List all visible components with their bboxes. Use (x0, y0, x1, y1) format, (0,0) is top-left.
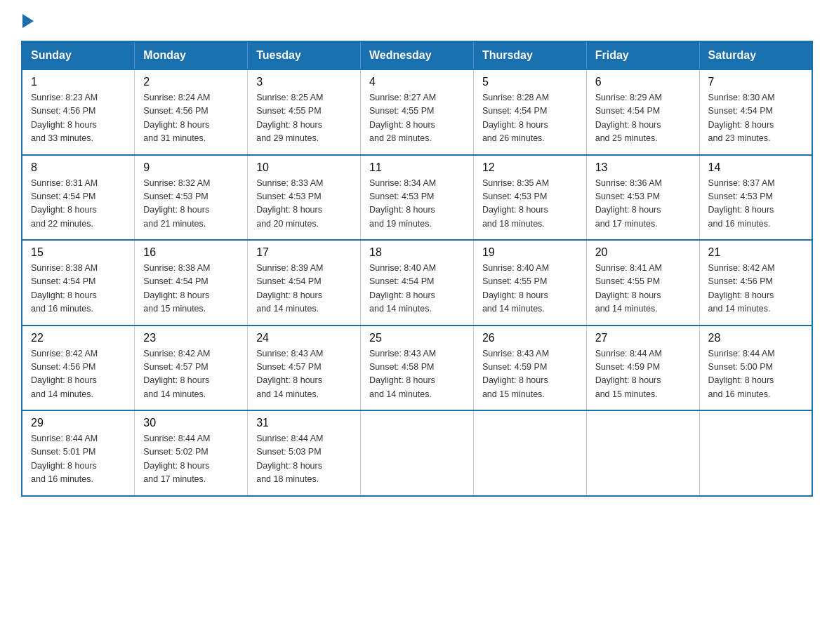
day-number: 22 (31, 332, 126, 344)
calendar-cell: 27Sunrise: 8:44 AMSunset: 4:59 PMDayligh… (586, 326, 699, 411)
calendar-week-2: 8Sunrise: 8:31 AMSunset: 4:54 PMDaylight… (22, 155, 812, 241)
day-detail: Sunrise: 8:40 AMSunset: 4:54 PMDaylight:… (369, 262, 465, 316)
calendar-cell: 5Sunrise: 8:28 AMSunset: 4:54 PMDaylight… (473, 69, 586, 155)
day-number: 5 (482, 76, 578, 88)
day-detail: Sunrise: 8:44 AMSunset: 5:00 PMDaylight:… (708, 347, 803, 402)
calendar-week-1: 1Sunrise: 8:23 AMSunset: 4:56 PMDaylight… (22, 69, 812, 155)
day-detail: Sunrise: 8:35 AMSunset: 4:53 PMDaylight:… (482, 177, 578, 232)
logo (21, 14, 34, 28)
header-sunday: Sunday (22, 41, 135, 69)
day-number: 6 (595, 76, 691, 88)
calendar-header-row: SundayMondayTuesdayWednesdayThursdayFrid… (22, 41, 812, 69)
calendar-cell: 18Sunrise: 8:40 AMSunset: 4:54 PMDayligh… (361, 240, 474, 326)
day-number: 31 (256, 417, 352, 429)
day-number: 24 (256, 332, 352, 344)
day-number: 28 (708, 332, 803, 344)
day-number: 9 (143, 161, 239, 174)
day-detail: Sunrise: 8:23 AMSunset: 4:56 PMDaylight:… (31, 91, 126, 146)
day-detail: Sunrise: 8:43 AMSunset: 4:58 PMDaylight:… (369, 347, 465, 402)
calendar-cell: 8Sunrise: 8:31 AMSunset: 4:54 PMDaylight… (22, 155, 135, 241)
calendar-cell: 10Sunrise: 8:33 AMSunset: 4:53 PMDayligh… (248, 155, 361, 241)
day-detail: Sunrise: 8:32 AMSunset: 4:53 PMDaylight:… (143, 177, 239, 232)
day-detail: Sunrise: 8:28 AMSunset: 4:54 PMDaylight:… (482, 91, 578, 146)
day-number: 11 (369, 161, 465, 174)
day-detail: Sunrise: 8:44 AMSunset: 4:59 PMDaylight:… (595, 347, 691, 402)
day-detail: Sunrise: 8:42 AMSunset: 4:57 PMDaylight:… (143, 347, 239, 402)
calendar-cell (473, 410, 586, 496)
calendar-cell: 28Sunrise: 8:44 AMSunset: 5:00 PMDayligh… (699, 326, 812, 411)
day-detail: Sunrise: 8:43 AMSunset: 4:57 PMDaylight:… (256, 347, 352, 402)
day-detail: Sunrise: 8:24 AMSunset: 4:56 PMDaylight:… (143, 91, 239, 146)
day-detail: Sunrise: 8:33 AMSunset: 4:53 PMDaylight:… (256, 177, 352, 232)
day-number: 25 (369, 332, 465, 344)
calendar-cell: 29Sunrise: 8:44 AMSunset: 5:01 PMDayligh… (22, 410, 135, 496)
calendar-cell: 20Sunrise: 8:41 AMSunset: 4:55 PMDayligh… (586, 240, 699, 326)
day-number: 27 (595, 332, 691, 344)
day-number: 19 (482, 246, 578, 259)
day-detail: Sunrise: 8:27 AMSunset: 4:55 PMDaylight:… (369, 91, 465, 146)
calendar-cell: 22Sunrise: 8:42 AMSunset: 4:56 PMDayligh… (22, 326, 135, 411)
day-number: 15 (31, 246, 126, 259)
calendar-cell: 26Sunrise: 8:43 AMSunset: 4:59 PMDayligh… (473, 326, 586, 411)
day-detail: Sunrise: 8:44 AMSunset: 5:02 PMDaylight:… (143, 432, 239, 487)
day-number: 10 (256, 161, 352, 174)
day-detail: Sunrise: 8:30 AMSunset: 4:54 PMDaylight:… (708, 91, 803, 146)
day-detail: Sunrise: 8:38 AMSunset: 4:54 PMDaylight:… (143, 262, 239, 316)
calendar-cell (361, 410, 474, 496)
calendar-cell: 31Sunrise: 8:44 AMSunset: 5:03 PMDayligh… (248, 410, 361, 496)
day-number: 17 (256, 246, 352, 259)
calendar-cell: 24Sunrise: 8:43 AMSunset: 4:57 PMDayligh… (248, 326, 361, 411)
calendar-cell: 11Sunrise: 8:34 AMSunset: 4:53 PMDayligh… (361, 155, 474, 241)
calendar-week-4: 22Sunrise: 8:42 AMSunset: 4:56 PMDayligh… (22, 326, 812, 411)
calendar-table: SundayMondayTuesdayWednesdayThursdayFrid… (21, 41, 813, 497)
calendar-cell: 2Sunrise: 8:24 AMSunset: 4:56 PMDaylight… (135, 69, 248, 155)
page-header (21, 14, 813, 28)
day-number: 23 (143, 332, 239, 344)
calendar-cell: 6Sunrise: 8:29 AMSunset: 4:54 PMDaylight… (586, 69, 699, 155)
header-wednesday: Wednesday (361, 41, 474, 69)
day-number: 1 (31, 76, 126, 88)
calendar-cell: 25Sunrise: 8:43 AMSunset: 4:58 PMDayligh… (361, 326, 474, 411)
calendar-cell: 15Sunrise: 8:38 AMSunset: 4:54 PMDayligh… (22, 240, 135, 326)
day-detail: Sunrise: 8:29 AMSunset: 4:54 PMDaylight:… (595, 91, 691, 146)
header-friday: Friday (586, 41, 699, 69)
calendar-cell: 21Sunrise: 8:42 AMSunset: 4:56 PMDayligh… (699, 240, 812, 326)
day-number: 29 (31, 417, 126, 429)
calendar-cell: 1Sunrise: 8:23 AMSunset: 4:56 PMDaylight… (22, 69, 135, 155)
calendar-cell: 9Sunrise: 8:32 AMSunset: 4:53 PMDaylight… (135, 155, 248, 241)
calendar-cell: 3Sunrise: 8:25 AMSunset: 4:55 PMDaylight… (248, 69, 361, 155)
day-number: 8 (31, 161, 126, 174)
day-detail: Sunrise: 8:42 AMSunset: 4:56 PMDaylight:… (708, 262, 803, 316)
day-number: 3 (256, 76, 352, 88)
calendar-cell: 16Sunrise: 8:38 AMSunset: 4:54 PMDayligh… (135, 240, 248, 326)
day-number: 21 (708, 246, 803, 259)
calendar-week-3: 15Sunrise: 8:38 AMSunset: 4:54 PMDayligh… (22, 240, 812, 326)
day-detail: Sunrise: 8:39 AMSunset: 4:54 PMDaylight:… (256, 262, 352, 316)
calendar-cell: 13Sunrise: 8:36 AMSunset: 4:53 PMDayligh… (586, 155, 699, 241)
day-detail: Sunrise: 8:40 AMSunset: 4:55 PMDaylight:… (482, 262, 578, 316)
calendar-week-5: 29Sunrise: 8:44 AMSunset: 5:01 PMDayligh… (22, 410, 812, 496)
day-detail: Sunrise: 8:31 AMSunset: 4:54 PMDaylight:… (31, 177, 126, 232)
header-thursday: Thursday (473, 41, 586, 69)
day-detail: Sunrise: 8:44 AMSunset: 5:03 PMDaylight:… (256, 432, 352, 487)
day-number: 4 (369, 76, 465, 88)
day-number: 30 (143, 417, 239, 429)
day-detail: Sunrise: 8:43 AMSunset: 4:59 PMDaylight:… (482, 347, 578, 402)
calendar-cell: 30Sunrise: 8:44 AMSunset: 5:02 PMDayligh… (135, 410, 248, 496)
day-detail: Sunrise: 8:44 AMSunset: 5:01 PMDaylight:… (31, 432, 126, 487)
calendar-cell: 7Sunrise: 8:30 AMSunset: 4:54 PMDaylight… (699, 69, 812, 155)
day-detail: Sunrise: 8:38 AMSunset: 4:54 PMDaylight:… (31, 262, 126, 316)
calendar-cell: 17Sunrise: 8:39 AMSunset: 4:54 PMDayligh… (248, 240, 361, 326)
header-tuesday: Tuesday (248, 41, 361, 69)
day-number: 14 (708, 161, 803, 174)
calendar-cell: 19Sunrise: 8:40 AMSunset: 4:55 PMDayligh… (473, 240, 586, 326)
header-monday: Monday (135, 41, 248, 69)
day-number: 20 (595, 246, 691, 259)
day-detail: Sunrise: 8:36 AMSunset: 4:53 PMDaylight:… (595, 177, 691, 232)
calendar-cell: 14Sunrise: 8:37 AMSunset: 4:53 PMDayligh… (699, 155, 812, 241)
day-number: 18 (369, 246, 465, 259)
day-number: 7 (708, 76, 803, 88)
header-saturday: Saturday (699, 41, 812, 69)
calendar-cell: 4Sunrise: 8:27 AMSunset: 4:55 PMDaylight… (361, 69, 474, 155)
day-detail: Sunrise: 8:37 AMSunset: 4:53 PMDaylight:… (708, 177, 803, 232)
